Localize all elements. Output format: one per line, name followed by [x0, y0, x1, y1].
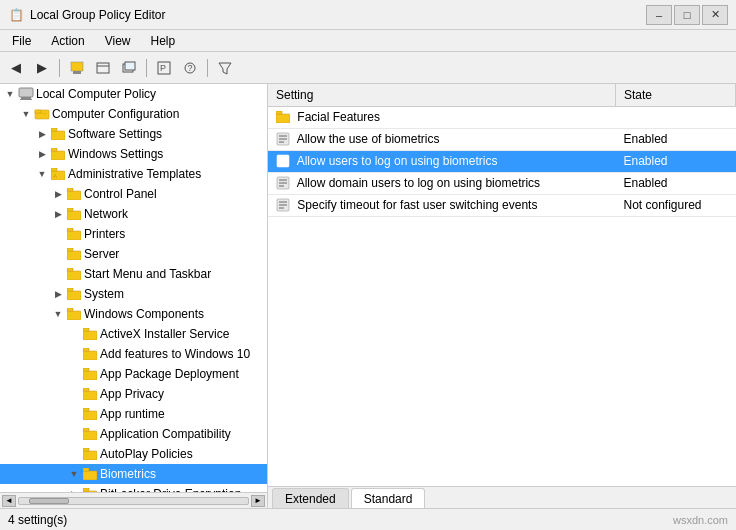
close-button[interactable]: ✕ [702, 5, 728, 25]
toolbar-forward[interactable]: ▶ [30, 56, 54, 80]
tree-node-app-compat[interactable]: Application Compatibility [0, 424, 267, 444]
table-header-row: Setting State [268, 84, 736, 106]
tree-node-autoplay[interactable]: AutoPlay Policies [0, 444, 267, 464]
tree-node-activex[interactable]: ActiveX Installer Service [0, 324, 267, 344]
tree-node-computer-config[interactable]: ▼ Computer Configuration [0, 104, 267, 124]
tree-label-app-package: App Package Deployment [100, 367, 239, 381]
status-brand: wsxdn.com [673, 514, 728, 526]
tree-node-windows-settings[interactable]: ▶ Windows Settings [0, 144, 267, 164]
tree-node-admin-templates[interactable]: ▼ A Administrative Templates [0, 164, 267, 184]
menu-action[interactable]: Action [43, 32, 92, 50]
expander-system[interactable]: ▶ [50, 286, 66, 302]
tree-node-start-menu[interactable]: Start Menu and Taskbar [0, 264, 267, 284]
expander-network[interactable]: ▶ [50, 206, 66, 222]
col-header-setting[interactable]: Setting [268, 84, 616, 106]
tree-node-printers[interactable]: Printers [0, 224, 267, 244]
expander-app-package[interactable] [66, 366, 82, 382]
svg-rect-15 [35, 110, 41, 113]
tree-node-control-panel[interactable]: ▶ Control Panel [0, 184, 267, 204]
tree-node-app-package[interactable]: App Package Deployment [0, 364, 267, 384]
menu-file[interactable]: File [4, 32, 39, 50]
toolbar-properties[interactable]: P [152, 56, 176, 80]
tree-node-app-privacy[interactable]: App Privacy [0, 384, 267, 404]
policy-icon-timeout [276, 198, 290, 212]
system-icon [66, 286, 82, 302]
scroll-right-button[interactable]: ► [251, 495, 265, 507]
expander-control-panel[interactable]: ▶ [50, 186, 66, 202]
app-privacy-icon [82, 386, 98, 402]
table-row-allow-logon[interactable]: Allow users to log on using biometrics E… [268, 150, 736, 172]
tree-horizontal-scrollbar[interactable]: ◄ ► [0, 492, 267, 508]
tree-node-network[interactable]: ▶ Network [0, 204, 267, 224]
expander-computer-config[interactable]: ▼ [18, 106, 34, 122]
scroll-left-button[interactable]: ◄ [2, 495, 16, 507]
svg-rect-58 [276, 114, 290, 123]
col-header-state[interactable]: State [616, 84, 736, 106]
expander-admin-templates[interactable]: ▼ [34, 166, 50, 182]
toolbar-up[interactable] [65, 56, 89, 80]
expander-biometrics[interactable]: ▼ [66, 466, 82, 482]
app-compat-icon [82, 426, 98, 442]
tab-standard[interactable]: Standard [351, 488, 426, 508]
tree-node-software-settings[interactable]: ▶ Software Settings [0, 124, 267, 144]
tree-node-bitlocker[interactable]: ▶ BitLocker Drive Encryption [0, 484, 267, 492]
toolbar-new-window[interactable] [117, 56, 141, 80]
expander-printers[interactable] [50, 226, 66, 242]
table-row-facial-features[interactable]: Facial Features [268, 106, 736, 128]
tree-label-network: Network [84, 207, 128, 221]
toolbar-show-hide-console[interactable] [91, 56, 115, 80]
setting-name-timeout: Specify timeout for fast user switching … [297, 198, 537, 212]
tree-node-app-runtime[interactable]: App runtime [0, 404, 267, 424]
tree-node-windows-components[interactable]: ▼ Windows Components [0, 304, 267, 324]
tree-node-local-computer-policy[interactable]: ▼ Local Computer Policy [0, 84, 267, 104]
expander-windows-components[interactable]: ▼ [50, 306, 66, 322]
svg-rect-19 [51, 151, 65, 160]
svg-rect-46 [83, 411, 97, 420]
menu-help[interactable]: Help [143, 32, 184, 50]
window-controls: – □ ✕ [646, 5, 728, 25]
table-row-timeout[interactable]: Specify timeout for fast user switching … [268, 194, 736, 216]
toolbar-filter[interactable] [213, 56, 237, 80]
toolbar-back[interactable]: ◀ [4, 56, 28, 80]
expander-app-privacy[interactable] [66, 386, 82, 402]
tab-extended[interactable]: Extended [272, 488, 349, 508]
expander-start-menu[interactable] [50, 266, 66, 282]
svg-rect-55 [83, 488, 89, 491]
expander-local-computer[interactable]: ▼ [2, 86, 18, 102]
svg-rect-25 [67, 188, 73, 191]
menu-view[interactable]: View [97, 32, 139, 50]
tree-node-system[interactable]: ▶ System [0, 284, 267, 304]
tree-label-local-computer: Local Computer Policy [36, 87, 156, 101]
minimize-button[interactable]: – [646, 5, 672, 25]
maximize-button[interactable]: □ [674, 5, 700, 25]
table-row-allow-use[interactable]: Allow the use of biometrics Enabled [268, 128, 736, 150]
tree-label-system: System [84, 287, 124, 301]
svg-rect-53 [83, 468, 89, 471]
tree-label-app-runtime: App runtime [100, 407, 165, 421]
main-layout: ▼ Local Computer Policy ▼ Computer Confi… [0, 84, 736, 508]
expander-software[interactable]: ▶ [34, 126, 50, 142]
toolbar-help[interactable]: ? [178, 56, 202, 80]
expander-server[interactable] [50, 246, 66, 262]
expander-app-runtime[interactable] [66, 406, 82, 422]
tree-node-add-features[interactable]: Add features to Windows 10 [0, 344, 267, 364]
tree-label-printers: Printers [84, 227, 125, 241]
svg-rect-51 [83, 448, 89, 451]
policy-icon-domain [276, 176, 290, 190]
tree-node-server[interactable]: Server [0, 244, 267, 264]
svg-rect-38 [83, 331, 97, 340]
scroll-track[interactable] [18, 497, 249, 505]
expander-app-compat[interactable] [66, 426, 82, 442]
expander-activex[interactable] [66, 326, 82, 342]
tree-content[interactable]: ▼ Local Computer Policy ▼ Computer Confi… [0, 84, 267, 492]
scroll-thumb[interactable] [29, 498, 69, 504]
tree-node-biometrics[interactable]: ▼ Biometrics [0, 464, 267, 484]
table-row-domain-logon[interactable]: Allow domain users to log on using biome… [268, 172, 736, 194]
settings-content[interactable]: Setting State Facial Features [268, 84, 736, 486]
expander-autoplay[interactable] [66, 446, 82, 462]
toolbar-sep-1 [59, 59, 60, 77]
svg-rect-2 [97, 63, 109, 73]
folder-icon-facial [276, 110, 290, 124]
expander-add-features[interactable] [66, 346, 82, 362]
expander-windows-settings[interactable]: ▶ [34, 146, 50, 162]
